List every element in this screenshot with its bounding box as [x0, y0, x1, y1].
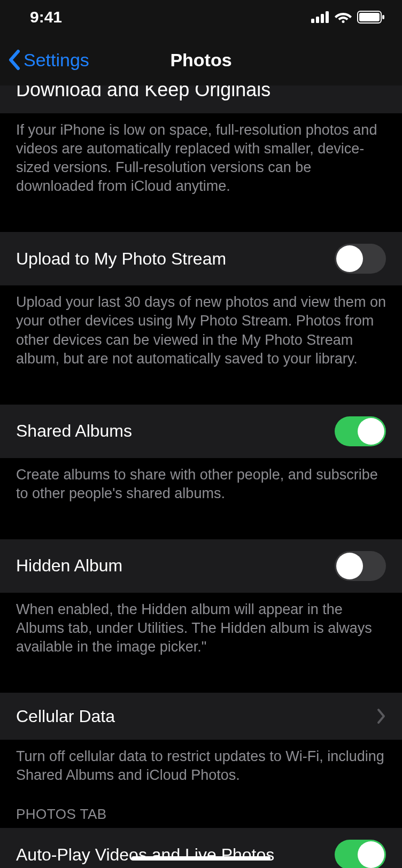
hidden-album-footer: When enabled, the Hidden album will appe… [0, 593, 402, 672]
download-originals-label: Download and Keep Originals [16, 86, 270, 101]
wifi-icon [335, 11, 352, 23]
svg-point-4 [342, 20, 345, 23]
hidden-album-toggle[interactable] [335, 551, 386, 581]
cellular-icon [311, 11, 329, 23]
upload-photo-stream-row[interactable]: Upload to My Photo Stream [0, 232, 402, 285]
status-indicators [311, 11, 385, 24]
upload-photo-stream-footer: Upload your last 30 days of new photos a… [0, 285, 402, 384]
svg-rect-2 [321, 14, 324, 23]
hidden-album-label: Hidden Album [16, 556, 122, 576]
shared-albums-label: Shared Albums [16, 421, 132, 441]
hidden-album-row[interactable]: Hidden Album [0, 539, 402, 593]
status-time: 9:41 [30, 8, 62, 26]
autoplay-label: Auto-Play Videos and Live Photos [16, 845, 274, 865]
svg-rect-7 [382, 15, 384, 19]
autoplay-toggle[interactable] [335, 840, 386, 868]
chevron-right-icon [376, 708, 386, 724]
shared-albums-toggle[interactable] [335, 416, 386, 446]
svg-rect-6 [359, 13, 380, 21]
photos-tab-header: PHOTOS TAB [0, 801, 402, 828]
svg-rect-0 [311, 19, 314, 23]
chevron-left-icon [7, 49, 21, 71]
shared-albums-row[interactable]: Shared Albums [0, 405, 402, 458]
optimize-footer: If your iPhone is low on space, full-res… [0, 113, 402, 212]
nav-bar: Settings Photos [0, 34, 402, 86]
content-area[interactable]: Download and Keep Originals If your iPho… [0, 86, 402, 868]
upload-photo-stream-label: Upload to My Photo Stream [16, 249, 226, 269]
back-label: Settings [24, 50, 89, 71]
cellular-data-label: Cellular Data [16, 707, 115, 726]
shared-albums-footer: Create albums to share with other people… [0, 458, 402, 519]
back-button[interactable]: Settings [0, 49, 89, 71]
autoplay-row[interactable]: Auto-Play Videos and Live Photos [0, 828, 402, 868]
battery-icon [357, 11, 385, 24]
svg-rect-3 [326, 11, 329, 23]
download-originals-row[interactable]: Download and Keep Originals [0, 86, 402, 113]
status-bar: 9:41 [0, 0, 402, 34]
upload-photo-stream-toggle[interactable] [335, 244, 386, 274]
cellular-data-row[interactable]: Cellular Data [0, 693, 402, 740]
cellular-data-footer: Turn off cellular data to restrict updat… [0, 740, 402, 801]
svg-rect-1 [316, 17, 319, 23]
